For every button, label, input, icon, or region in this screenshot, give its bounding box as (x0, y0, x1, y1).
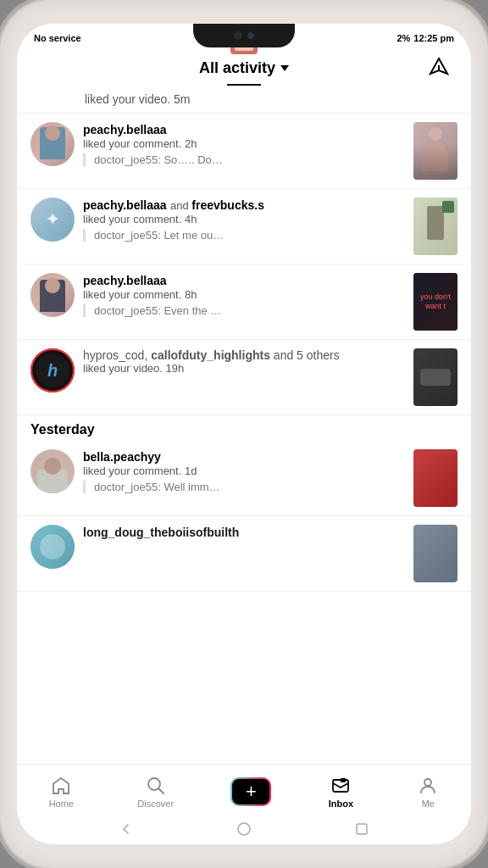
battery-label: 2% (396, 33, 410, 43)
activity-thumbnail (413, 525, 458, 582)
svg-rect-8 (357, 824, 367, 834)
camera-lens (247, 32, 254, 39)
system-bar (17, 815, 471, 844)
nav-label-home: Home (49, 798, 74, 809)
activity-username: bella.peachyy (83, 449, 405, 465)
nav-item-add[interactable]: + (224, 774, 278, 810)
home-button[interactable] (236, 821, 252, 837)
svg-point-7 (238, 823, 250, 835)
camera-notch (193, 24, 295, 47)
activity-comment: doctor_joe55: Even the … (83, 304, 405, 317)
first-item-text: liked your video. 5m (85, 92, 191, 106)
nav-item-me[interactable]: Me (403, 771, 452, 812)
thumb-image (413, 449, 458, 507)
activity-comment: doctor_joe55: Well imm… (83, 481, 405, 493)
avatar (30, 198, 75, 242)
list-item[interactable]: peachy.bellaaa and freevbucks.s liked yo… (17, 189, 471, 264)
list-item[interactable]: hypros_cod, callofduty_highlights and 5 … (17, 340, 471, 415)
activity-username: peachy.bellaaa (83, 122, 405, 137)
time-label: 12:25 pm (413, 33, 454, 43)
nav-item-discover[interactable]: Discover (124, 771, 187, 812)
activity-action-text: liked your comment. 8h (83, 288, 405, 301)
activity-comment: doctor_joe55: Let me ou… (83, 229, 405, 242)
list-item[interactable]: bella.peachyy liked your comment. 1d doc… (17, 441, 471, 516)
header-title-text: All activity (199, 59, 275, 77)
back-button[interactable] (118, 821, 135, 837)
avatar (30, 525, 75, 569)
activity-header: All activity (17, 49, 471, 84)
phone-frame: No service 2% 12:25 pm All activity (0, 0, 488, 868)
activity-content: peachy.bellaaa liked your comment. 8h do… (83, 273, 405, 317)
thumb-image (413, 348, 458, 406)
activity-content: peachy.bellaaa liked your comment. 2h do… (83, 122, 405, 166)
list-item[interactable]: peachy.bellaaa liked your comment. 8h do… (17, 264, 471, 340)
nav-item-home[interactable]: Home (36, 771, 87, 812)
activity-thumbnail (413, 348, 458, 406)
svg-rect-5 (341, 778, 346, 782)
add-icon: + (246, 782, 257, 801)
activity-username-line: hypros_cod, callofduty_highlights and 5 … (83, 348, 405, 362)
activity-content: long_doug_theboiisofbuilth (83, 525, 405, 540)
nav-item-inbox[interactable]: Inbox (315, 771, 367, 812)
status-right: 2% 12:25 pm (396, 33, 454, 43)
activity-username: peachy.bellaaa (83, 273, 405, 288)
recents-button[interactable] (353, 821, 370, 837)
activity-action-text: liked your comment. 2h (83, 137, 405, 150)
list-item[interactable]: peachy.bellaaa liked your comment. 2h do… (17, 114, 471, 189)
activity-thumbnail: you don't want t (413, 273, 458, 331)
activity-username-line: peachy.bellaaa and freevbucks.s (83, 198, 405, 213)
phone-screen: No service 2% 12:25 pm All activity (17, 24, 471, 844)
add-button[interactable]: + (230, 777, 271, 806)
activity-content: hypros_cod, callofduty_highlights and 5 … (83, 348, 405, 375)
inbox-icon (330, 775, 352, 797)
dropdown-arrow-icon[interactable] (280, 65, 289, 71)
activity-action-text: liked your comment. 4h (83, 213, 405, 225)
nav-label-discover: Discover (137, 798, 174, 809)
list-item[interactable]: long_doug_theboiisofbuilth (17, 516, 471, 592)
nav-label-inbox: Inbox (329, 798, 353, 809)
home-icon (50, 775, 72, 797)
thumb-image: you don't want t (413, 273, 458, 331)
avatar (30, 348, 75, 392)
avatar (30, 273, 75, 317)
nav-label-me: Me (422, 798, 435, 809)
thumb-image (413, 122, 458, 180)
activity-thumbnail (413, 198, 458, 255)
person-icon (417, 775, 439, 797)
activity-list: liked your video. 5m peachy.bellaaa like… (17, 87, 471, 764)
send-button[interactable] (424, 52, 454, 82)
activity-thumbnail (413, 449, 458, 507)
header-title-group[interactable]: All activity (199, 59, 289, 77)
avatar (30, 449, 75, 493)
carrier-label: No service (34, 33, 81, 43)
activity-thumbnail (413, 122, 458, 180)
svg-point-6 (424, 779, 431, 786)
thumb-image (413, 198, 458, 255)
bottom-nav: Home Discover + (17, 764, 471, 815)
activity-comment: doctor_joe55: So….. Do… (83, 153, 405, 166)
first-activity-item[interactable]: liked your video. 5m (17, 87, 471, 114)
activity-action-text: liked your comment. 1d (83, 465, 405, 477)
section-label-yesterday: Yesterday (17, 415, 471, 441)
activity-content: peachy.bellaaa and freevbucks.s liked yo… (83, 198, 405, 242)
activity-username: long_doug_theboiisofbuilth (83, 525, 405, 540)
avatar (30, 122, 75, 166)
svg-rect-4 (333, 780, 348, 792)
speaker (234, 31, 242, 40)
activity-action-text: liked your video. 19h (83, 362, 405, 375)
search-icon (145, 775, 167, 797)
activity-content: bella.peachyy liked your comment. 1d doc… (83, 449, 405, 493)
svg-line-3 (158, 789, 164, 794)
